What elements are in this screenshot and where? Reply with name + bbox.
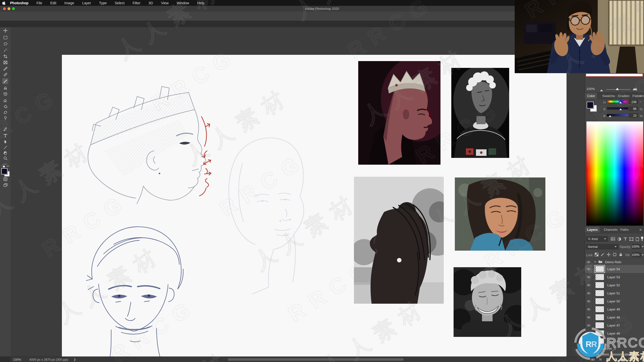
path-selection-tool[interactable] xyxy=(2,139,8,145)
frame-tool[interactable] xyxy=(2,59,8,65)
menu-select[interactable]: Select xyxy=(111,0,129,6)
zoom-tool[interactable] xyxy=(2,155,8,161)
saturation-slider-thumb[interactable] xyxy=(619,108,622,110)
tab-swatches[interactable]: Swatche xyxy=(600,93,617,99)
saturation-slider[interactable] xyxy=(607,107,628,110)
hue-slider-thumb[interactable] xyxy=(619,101,622,104)
chevron-down-icon[interactable] xyxy=(642,246,644,247)
lock-transparency-icon[interactable] xyxy=(595,253,598,257)
color-spectrum-ramp[interactable] xyxy=(586,121,643,226)
pen-tool[interactable] xyxy=(2,126,8,132)
history-brush-tool[interactable] xyxy=(2,91,8,97)
filter-pixel-layers-icon[interactable] xyxy=(611,237,615,242)
zoom-in-icon[interactable] xyxy=(632,87,637,92)
screen-mode-icon[interactable] xyxy=(2,182,8,188)
tab-gradients[interactable]: Gradien xyxy=(616,93,631,99)
navigator-zoom-slider-thumb[interactable] xyxy=(616,88,619,90)
layer-thumbnail[interactable] xyxy=(595,306,604,312)
panel-menu-icon[interactable]: ≡ xyxy=(639,94,641,98)
type-tool[interactable] xyxy=(2,132,8,139)
gradient-tool[interactable] xyxy=(2,103,8,109)
menu-layer[interactable]: Layer xyxy=(78,0,95,6)
layer-fill-value[interactable]: 100% xyxy=(632,252,641,257)
saturation-value[interactable]: 66 xyxy=(629,107,638,111)
lock-pixels-icon[interactable] xyxy=(601,253,605,257)
layer-group-row[interactable]: Demo Refs xyxy=(585,259,644,265)
lasso-tool[interactable] xyxy=(2,41,8,47)
layer-opacity-value[interactable]: 100% xyxy=(632,244,641,249)
spot-healing-brush-tool[interactable] xyxy=(2,71,8,77)
tab-patterns[interactable]: Patterns xyxy=(630,93,644,99)
layer-thumbnail[interactable] xyxy=(595,266,604,272)
brush-tool[interactable] xyxy=(2,78,8,84)
layer-row[interactable]: Layer 52 xyxy=(585,281,644,289)
move-tool[interactable] xyxy=(2,27,8,33)
filter-adjustment-layers-icon[interactable] xyxy=(617,237,621,242)
layer-row[interactable]: Layer 51 xyxy=(585,289,644,297)
zoom-out-icon[interactable] xyxy=(600,88,603,93)
foreground-color-swatch[interactable] xyxy=(587,102,594,109)
visibility-eye-icon[interactable] xyxy=(585,305,593,313)
tab-color[interactable]: Color xyxy=(585,93,597,99)
marquee-tool[interactable] xyxy=(2,34,8,40)
chevron-down-icon[interactable] xyxy=(594,261,596,263)
tab-paths[interactable]: Paths xyxy=(618,227,631,233)
layer-row-selected[interactable]: Layer 54 xyxy=(585,265,644,273)
visibility-eye-icon[interactable] xyxy=(585,273,593,281)
tab-layers[interactable]: Layers xyxy=(585,227,600,233)
crop-tool[interactable] xyxy=(2,53,8,59)
quick-mask-icon[interactable] xyxy=(2,176,8,182)
hue-value[interactable]: 238 xyxy=(629,100,638,104)
navigator-zoom-value[interactable]: 100% xyxy=(586,87,595,90)
filter-type-layers-icon[interactable] xyxy=(623,237,627,242)
menu-help[interactable]: Help xyxy=(193,0,209,6)
brightness-value[interactable]: 13 xyxy=(629,113,638,118)
menu-image[interactable]: Image xyxy=(60,0,78,6)
menu-file[interactable]: File xyxy=(32,0,46,6)
navigator-proxy-view[interactable] xyxy=(586,73,643,77)
menu-3d[interactable]: 3D xyxy=(144,0,157,6)
layer-thumbnail[interactable] xyxy=(595,274,604,280)
dodge-tool[interactable] xyxy=(2,115,8,121)
lock-artboard-icon[interactable] xyxy=(613,253,617,257)
quick-selection-tool[interactable] xyxy=(2,47,8,53)
eraser-tool[interactable] xyxy=(2,97,8,103)
menu-filter[interactable]: Filter xyxy=(129,0,144,6)
layer-row[interactable]: Layer 53 xyxy=(585,273,644,281)
layer-row[interactable]: Layer 48 xyxy=(585,313,644,321)
menu-edit[interactable]: Edit xyxy=(46,0,60,6)
filter-smart-objects-icon[interactable] xyxy=(635,237,639,242)
menu-type[interactable]: Type xyxy=(95,0,111,6)
menu-photoshop[interactable]: Photoshop xyxy=(8,0,32,6)
layer-thumbnail[interactable] xyxy=(595,298,604,304)
lock-position-icon[interactable] xyxy=(607,253,611,257)
line-tool[interactable] xyxy=(2,144,8,150)
tab-channels[interactable]: Channels xyxy=(602,227,620,233)
horizontal-scrollbar-thumb[interactable] xyxy=(228,358,404,361)
clone-stamp-tool[interactable] xyxy=(2,84,8,90)
eyedropper-tool[interactable] xyxy=(2,66,8,72)
foreground-color-swatch[interactable] xyxy=(1,168,8,174)
blend-mode-select[interactable]: Normal xyxy=(586,244,618,249)
brightness-slider-thumb[interactable] xyxy=(609,115,612,117)
visibility-eye-icon[interactable] xyxy=(585,259,593,265)
menu-view[interactable]: View xyxy=(157,0,173,6)
layer-thumbnail[interactable] xyxy=(595,314,604,321)
layer-thumbnail[interactable] xyxy=(595,282,604,288)
visibility-eye-icon[interactable] xyxy=(585,297,593,305)
panel-menu-icon[interactable]: ≡ xyxy=(639,228,641,232)
apple-menu-icon[interactable] xyxy=(0,1,8,5)
layer-row[interactable]: Layer 50 xyxy=(585,297,644,305)
chevron-down-icon[interactable] xyxy=(642,254,644,256)
document-canvas[interactable] xyxy=(62,55,567,362)
filter-shape-layers-icon[interactable] xyxy=(629,237,633,242)
layer-thumbnail[interactable] xyxy=(595,290,604,296)
smudge-tool[interactable] xyxy=(2,109,8,115)
filter-toggle-icon[interactable] xyxy=(641,237,643,241)
status-zoom-level[interactable]: 100% xyxy=(13,358,21,361)
visibility-eye-icon[interactable] xyxy=(585,313,593,321)
visibility-eye-icon[interactable] xyxy=(585,289,593,297)
lock-all-icon[interactable] xyxy=(619,253,623,257)
visibility-eye-icon[interactable] xyxy=(585,281,593,289)
status-chevron-icon[interactable]: ❯ xyxy=(73,358,76,361)
